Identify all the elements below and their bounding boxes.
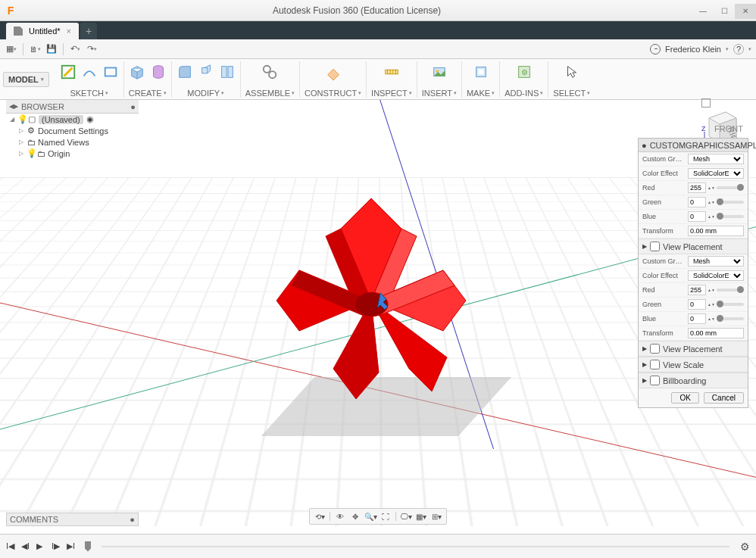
ribbon-label-addins[interactable]: ADD-INS: [505, 89, 539, 98]
ribbon-label-modify[interactable]: MODIFY: [187, 89, 220, 98]
spinner[interactable]: ▲▼: [708, 186, 715, 190]
timeline-start-button[interactable]: І◀: [6, 541, 17, 551]
spinner[interactable]: ▲▼: [708, 201, 715, 204]
ribbon-label-construct[interactable]: CONSTRUCT: [305, 89, 357, 98]
ribbon-label-make[interactable]: MAKE: [467, 89, 490, 98]
align-icon[interactable]: [219, 64, 236, 80]
grid-button[interactable]: ▦▾: [414, 510, 428, 522]
document-tab[interactable]: Untitled* ×: [6, 23, 79, 39]
home-icon[interactable]: [701, 98, 711, 108]
timeline-marker[interactable]: [85, 541, 91, 552]
view-placement-check-1[interactable]: [650, 242, 660, 251]
orbit-button[interactable]: ⟲▾: [313, 510, 326, 522]
red-slider[interactable]: [717, 186, 744, 189]
section-view-scale[interactable]: ▶View Scale: [639, 357, 748, 373]
cancel-button[interactable]: Cancel: [704, 392, 744, 404]
timeline-play-button[interactable]: ▶: [36, 541, 47, 551]
push-pull-icon[interactable]: [198, 64, 214, 80]
timeline-settings-button[interactable]: ⚙: [740, 541, 750, 553]
cylinder-icon[interactable]: [150, 64, 167, 80]
section-view-placement-1[interactable]: ▶View Placement: [639, 238, 748, 254]
red-input[interactable]: [688, 182, 706, 193]
ribbon-label-sketch[interactable]: SKETCH: [70, 89, 104, 98]
mesh-model[interactable]: [258, 183, 485, 418]
box-icon[interactable]: [129, 64, 145, 80]
select-icon[interactable]: [564, 64, 580, 80]
transform-input-2[interactable]: [688, 328, 744, 338]
help-button[interactable]: ?: [733, 44, 744, 55]
fillet-icon[interactable]: [177, 64, 193, 80]
color-effect-select[interactable]: SolidColorEfect: [688, 168, 744, 179]
save-button[interactable]: 💾: [45, 42, 58, 56]
ok-button[interactable]: OK: [671, 392, 698, 404]
color-effect-select-2[interactable]: SolidColorEfect: [688, 270, 744, 281]
radio-icon[interactable]: ◉: [86, 115, 95, 124]
maximize-button[interactable]: ☐: [714, 4, 735, 19]
green-slider[interactable]: [717, 201, 744, 204]
browser-collapse-icon[interactable]: ●: [130, 102, 136, 111]
fit-button[interactable]: ⛶: [379, 510, 392, 522]
red-slider-2[interactable]: [717, 288, 744, 291]
close-button[interactable]: ✕: [735, 4, 756, 19]
addins-icon[interactable]: ⚙: [516, 64, 533, 80]
custom-graphics-select[interactable]: Mesh: [688, 154, 744, 164]
green-input[interactable]: [688, 197, 706, 207]
view-scale-check[interactable]: [650, 360, 660, 369]
green-slider-2[interactable]: [717, 303, 744, 306]
zoom-button[interactable]: 🔍▾: [364, 510, 377, 522]
blue-slider[interactable]: [717, 215, 744, 218]
print-icon[interactable]: [473, 64, 489, 80]
viewports-button[interactable]: ⊞▾: [430, 510, 443, 522]
timeline-next-button[interactable]: І▶: [52, 541, 62, 551]
blue-input-2[interactable]: [688, 313, 706, 324]
timeline-end-button[interactable]: ▶І: [67, 541, 77, 551]
line-icon[interactable]: [81, 64, 98, 80]
pan-button[interactable]: ✥: [348, 510, 362, 522]
user-name[interactable]: Frederico Klein: [665, 45, 721, 54]
timeline-prev-button[interactable]: ◀І: [21, 541, 32, 551]
assemble-icon[interactable]: [261, 64, 278, 80]
browser-header[interactable]: ◀▶ BROWSER ●: [6, 100, 139, 114]
job-status-icon[interactable]: [650, 44, 661, 55]
timeline-track[interactable]: [102, 546, 729, 547]
ribbon-label-inspect[interactable]: INSPECT: [371, 89, 408, 98]
ribbon-label-insert[interactable]: INSERT: [422, 89, 452, 98]
minimize-button[interactable]: —: [692, 4, 714, 19]
transform-input[interactable]: [688, 226, 744, 236]
panel-header[interactable]: ●CUSTOMGRAPHICSSAMPLE ↦: [639, 139, 748, 152]
section-view-placement-2[interactable]: ▶View Placement: [639, 341, 748, 357]
ribbon-label-assemble[interactable]: ASSEMBLE: [245, 89, 290, 98]
blue-input[interactable]: [688, 211, 706, 222]
browser-root[interactable]: ◢💡 ▢ (Unsaved) ◉: [6, 114, 139, 125]
browser-item-settings[interactable]: ▷ ⚙ Document Settings: [6, 125, 139, 136]
undo-button[interactable]: ↶▾: [68, 42, 82, 56]
redo-button[interactable]: ↷▾: [85, 42, 98, 56]
file-menu-button[interactable]: 🗎▾: [28, 42, 42, 56]
browser-item-views[interactable]: ▷ 🗀 Named Views: [6, 136, 139, 148]
comments-header[interactable]: COMMENTS ●: [6, 513, 139, 526]
browser-item-origin[interactable]: ▷💡 🗀 Origin: [6, 148, 139, 159]
red-input-2[interactable]: [688, 285, 706, 295]
ribbon-label-select[interactable]: SELECT: [553, 89, 586, 98]
custom-graphics-select-2[interactable]: Mesh: [688, 256, 744, 267]
section-billboarding[interactable]: ▶Billboarding: [639, 373, 748, 388]
look-button[interactable]: 👁: [333, 510, 347, 522]
blue-slider-2[interactable]: [717, 317, 744, 320]
billboarding-check[interactable]: [650, 376, 660, 385]
green-input-2[interactable]: [688, 299, 706, 310]
new-tab-button[interactable]: +: [80, 23, 97, 39]
data-panel-button[interactable]: ▦▾: [5, 42, 18, 56]
view-placement-check-2[interactable]: [650, 344, 660, 354]
spinner[interactable]: ▲▼: [708, 215, 715, 219]
tab-close-icon[interactable]: ×: [67, 26, 71, 36]
plane-icon[interactable]: [325, 64, 342, 80]
rectangle-icon[interactable]: [102, 64, 119, 80]
ribbon-label-create[interactable]: CREATE: [129, 89, 162, 98]
sketch-icon[interactable]: [60, 64, 77, 80]
workspace-switcher[interactable]: MODEL▾: [3, 72, 49, 87]
display-button[interactable]: 🖵▾: [399, 510, 413, 522]
measure-icon[interactable]: [383, 64, 400, 80]
insert-icon[interactable]: [431, 64, 448, 80]
comments-collapse-icon[interactable]: ●: [130, 515, 135, 524]
document-icon: [14, 26, 23, 36]
